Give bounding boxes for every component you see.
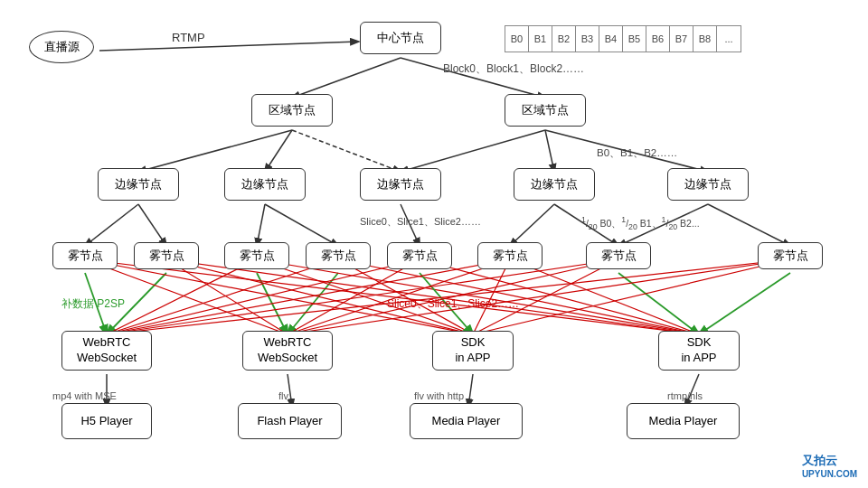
source-node: 直播源 bbox=[29, 31, 94, 63]
svg-line-1 bbox=[292, 58, 401, 98]
svg-line-24 bbox=[468, 374, 473, 407]
svg-line-38 bbox=[107, 259, 420, 334]
player2-node: Flash Player bbox=[238, 403, 342, 439]
svg-line-46 bbox=[618, 273, 699, 334]
svg-line-52 bbox=[288, 259, 790, 334]
fog7-node: 雾节点 bbox=[586, 242, 651, 269]
fog5-node: 雾节点 bbox=[387, 242, 452, 269]
brand-watermark: 又拍云 UPYUN.COM bbox=[802, 453, 857, 479]
flvhttp-label: flv with http bbox=[414, 390, 464, 401]
region2-node: 区域节点 bbox=[505, 94, 586, 127]
edge1-node: 边缘节点 bbox=[98, 168, 179, 201]
block-b3: B3 bbox=[576, 26, 599, 52]
block-b1: B1 bbox=[529, 26, 552, 52]
fog3-node: 雾节点 bbox=[224, 242, 289, 269]
edge2-node: 边缘节点 bbox=[224, 168, 306, 201]
client1-node: WebRTC WebSocket bbox=[61, 331, 152, 371]
block-b7: B7 bbox=[670, 26, 693, 52]
rtmphls-label: rtmp/hls bbox=[667, 390, 703, 401]
block-b6: B6 bbox=[646, 26, 670, 52]
svg-line-21 bbox=[288, 273, 338, 334]
svg-line-10 bbox=[138, 204, 166, 246]
svg-line-53 bbox=[473, 259, 790, 334]
svg-line-50 bbox=[699, 273, 790, 334]
player3-node: Media Player bbox=[410, 403, 523, 439]
region1-node: 区域节点 bbox=[251, 94, 333, 127]
client2-node: WebRTC WebSocket bbox=[242, 331, 333, 371]
fog1-node: 雾节点 bbox=[52, 242, 118, 269]
svg-line-6 bbox=[401, 130, 545, 172]
b-labels: B0、B1、B2…… bbox=[597, 146, 677, 160]
mp4-label: mp4 with MSE bbox=[52, 390, 117, 401]
edge3-node: 边缘节点 bbox=[360, 168, 441, 201]
svg-line-9 bbox=[85, 204, 138, 246]
svg-line-7 bbox=[545, 130, 554, 172]
svg-line-12 bbox=[265, 204, 338, 246]
block-b8: B8 bbox=[693, 26, 717, 52]
block-b5: B5 bbox=[623, 26, 646, 52]
flv-label: flv bbox=[278, 390, 288, 401]
svg-line-14 bbox=[510, 204, 554, 246]
svg-line-11 bbox=[257, 204, 265, 246]
svg-line-45 bbox=[510, 259, 699, 334]
svg-line-47 bbox=[107, 259, 618, 334]
fog6-node: 雾节点 bbox=[477, 242, 542, 269]
svg-line-4 bbox=[265, 130, 292, 172]
p2sp-label: 补数据 P2SP bbox=[61, 296, 125, 312]
fog2-node: 雾节点 bbox=[134, 242, 199, 269]
rtmp-label: RTMP bbox=[172, 31, 205, 44]
slice-label1: Slice0、Slice1、Slice2…… bbox=[360, 215, 481, 229]
player4-node: Media Player bbox=[627, 403, 740, 439]
block-more: ... bbox=[717, 26, 741, 52]
player1-node: H5 Player bbox=[61, 403, 152, 439]
svg-line-29 bbox=[166, 259, 288, 334]
svg-line-5 bbox=[292, 130, 401, 172]
edge5-node: 边缘节点 bbox=[667, 168, 749, 201]
svg-line-32 bbox=[107, 259, 257, 334]
svg-line-0 bbox=[99, 42, 358, 51]
frac-labels: 1/20 B0、1/20 B1、1/20 B2... bbox=[581, 215, 700, 231]
client4-node: SDK in APP bbox=[658, 331, 740, 371]
svg-line-35 bbox=[107, 259, 338, 334]
diagram: B0 B1 B2 B3 B4 B5 B6 B7 B8 ... Block0、Bl… bbox=[0, 0, 868, 488]
block-b4: B4 bbox=[599, 26, 623, 52]
center-node: 中心节点 bbox=[360, 22, 441, 54]
edge4-node: 边缘节点 bbox=[514, 168, 595, 201]
svg-line-3 bbox=[138, 130, 292, 172]
fog4-node: 雾节点 bbox=[306, 242, 371, 269]
block-b0: B0 bbox=[505, 26, 529, 52]
fog8-node: 雾节点 bbox=[758, 242, 823, 269]
svg-line-20 bbox=[257, 273, 288, 334]
client3-node: SDK in APP bbox=[432, 331, 514, 371]
block-b2: B2 bbox=[552, 26, 576, 52]
block-labels: Block0、Block1、Block2…… bbox=[443, 61, 584, 77]
svg-line-17 bbox=[708, 204, 790, 246]
slice-label2: Slice0、Slice1、Slice2…… bbox=[387, 296, 519, 312]
